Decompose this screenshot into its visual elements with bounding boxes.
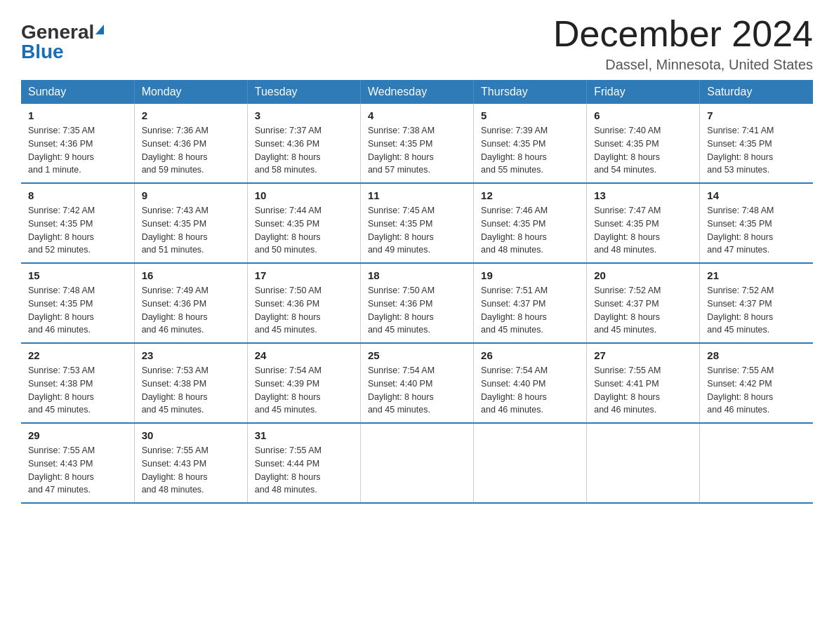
day-number: 2	[142, 109, 240, 121]
calendar-cell: 4 Sunrise: 7:38 AMSunset: 4:35 PMDayligh…	[360, 104, 473, 183]
calendar-cell: 28 Sunrise: 7:55 AMSunset: 4:42 PMDaylig…	[700, 343, 813, 423]
day-number: 19	[481, 269, 579, 281]
day-info: Sunrise: 7:54 AMSunset: 4:40 PMDaylight:…	[368, 365, 435, 415]
col-header-wednesday: Wednesday	[360, 80, 473, 104]
day-info: Sunrise: 7:47 AMSunset: 4:35 PMDaylight:…	[594, 206, 661, 255]
day-number: 17	[255, 269, 353, 281]
day-number: 15	[28, 269, 127, 281]
day-number: 31	[255, 429, 353, 441]
calendar-cell: 25 Sunrise: 7:54 AMSunset: 4:40 PMDaylig…	[360, 343, 473, 423]
day-number: 14	[707, 189, 806, 201]
day-info: Sunrise: 7:45 AMSunset: 4:35 PMDaylight:…	[368, 206, 435, 255]
day-number: 21	[707, 269, 806, 281]
day-number: 12	[481, 189, 579, 201]
calendar-table: SundayMondayTuesdayWednesdayThursdayFrid…	[21, 80, 813, 504]
calendar-cell: 1 Sunrise: 7:35 AMSunset: 4:36 PMDayligh…	[21, 104, 134, 183]
calendar-cell: 2 Sunrise: 7:36 AMSunset: 4:36 PMDayligh…	[134, 104, 247, 183]
day-number: 18	[368, 269, 466, 281]
day-info: Sunrise: 7:43 AMSunset: 4:35 PMDaylight:…	[142, 206, 208, 255]
day-info: Sunrise: 7:55 AMSunset: 4:41 PMDaylight:…	[594, 365, 661, 415]
calendar-cell: 17 Sunrise: 7:50 AMSunset: 4:36 PMDaylig…	[247, 263, 360, 343]
calendar-cell: 19 Sunrise: 7:51 AMSunset: 4:37 PMDaylig…	[474, 263, 587, 343]
day-number: 20	[594, 269, 692, 281]
calendar-cell: 31 Sunrise: 7:55 AMSunset: 4:44 PMDaylig…	[247, 423, 360, 503]
col-header-saturday: Saturday	[700, 80, 813, 104]
day-number: 4	[368, 109, 466, 121]
calendar-week-5: 29 Sunrise: 7:55 AMSunset: 4:43 PMDaylig…	[21, 423, 813, 503]
day-number: 5	[481, 109, 579, 121]
calendar-cell: 5 Sunrise: 7:39 AMSunset: 4:35 PMDayligh…	[474, 104, 587, 183]
day-info: Sunrise: 7:36 AMSunset: 4:36 PMDaylight:…	[142, 126, 208, 175]
day-info: Sunrise: 7:55 AMSunset: 4:44 PMDaylight:…	[255, 445, 322, 495]
calendar-week-1: 1 Sunrise: 7:35 AMSunset: 4:36 PMDayligh…	[21, 104, 813, 183]
day-info: Sunrise: 7:35 AMSunset: 4:36 PMDaylight:…	[28, 126, 95, 175]
day-number: 26	[481, 349, 579, 361]
calendar-week-3: 15 Sunrise: 7:48 AMSunset: 4:35 PMDaylig…	[21, 263, 813, 343]
day-info: Sunrise: 7:40 AMSunset: 4:35 PMDaylight:…	[594, 126, 661, 175]
day-info: Sunrise: 7:55 AMSunset: 4:43 PMDaylight:…	[142, 445, 208, 495]
logo: General Blue	[21, 14, 104, 63]
calendar-cell: 30 Sunrise: 7:55 AMSunset: 4:43 PMDaylig…	[134, 423, 247, 503]
calendar-cell	[587, 423, 700, 503]
day-number: 3	[255, 109, 353, 121]
calendar-cell: 11 Sunrise: 7:45 AMSunset: 4:35 PMDaylig…	[360, 183, 473, 263]
day-info: Sunrise: 7:46 AMSunset: 4:35 PMDaylight:…	[481, 206, 548, 255]
day-number: 9	[142, 189, 240, 201]
day-number: 11	[368, 189, 466, 201]
calendar-cell	[474, 423, 587, 503]
day-number: 29	[28, 429, 127, 441]
day-number: 6	[594, 109, 692, 121]
page-container: General Blue December 2024 Dassel, Minne…	[21, 14, 813, 504]
calendar-cell: 21 Sunrise: 7:52 AMSunset: 4:37 PMDaylig…	[700, 263, 813, 343]
day-number: 25	[368, 349, 466, 361]
calendar-cell: 18 Sunrise: 7:50 AMSunset: 4:36 PMDaylig…	[360, 263, 473, 343]
calendar-cell: 12 Sunrise: 7:46 AMSunset: 4:35 PMDaylig…	[474, 183, 587, 263]
day-number: 8	[28, 189, 127, 201]
col-header-friday: Friday	[587, 80, 700, 104]
calendar-cell: 14 Sunrise: 7:48 AMSunset: 4:35 PMDaylig…	[700, 183, 813, 263]
calendar-cell: 8 Sunrise: 7:42 AMSunset: 4:35 PMDayligh…	[21, 183, 134, 263]
calendar-cell: 16 Sunrise: 7:49 AMSunset: 4:36 PMDaylig…	[134, 263, 247, 343]
day-info: Sunrise: 7:37 AMSunset: 4:36 PMDaylight:…	[255, 126, 322, 175]
calendar-header-row: SundayMondayTuesdayWednesdayThursdayFrid…	[21, 80, 813, 104]
day-number: 30	[142, 429, 240, 441]
calendar-cell: 13 Sunrise: 7:47 AMSunset: 4:35 PMDaylig…	[587, 183, 700, 263]
day-info: Sunrise: 7:38 AMSunset: 4:35 PMDaylight:…	[368, 126, 435, 175]
day-info: Sunrise: 7:52 AMSunset: 4:37 PMDaylight:…	[707, 286, 774, 335]
location: Dassel, Minnesota, United States	[553, 57, 813, 73]
title-area: December 2024 Dassel, Minnesota, United …	[553, 14, 813, 73]
day-info: Sunrise: 7:51 AMSunset: 4:37 PMDaylight:…	[481, 286, 548, 335]
calendar-cell	[700, 423, 813, 503]
day-info: Sunrise: 7:39 AMSunset: 4:35 PMDaylight:…	[481, 126, 548, 175]
calendar-cell: 3 Sunrise: 7:37 AMSunset: 4:36 PMDayligh…	[247, 104, 360, 183]
col-header-sunday: Sunday	[21, 80, 134, 104]
day-number: 1	[28, 109, 127, 121]
day-info: Sunrise: 7:48 AMSunset: 4:35 PMDaylight:…	[28, 286, 95, 335]
calendar-cell: 6 Sunrise: 7:40 AMSunset: 4:35 PMDayligh…	[587, 104, 700, 183]
day-info: Sunrise: 7:50 AMSunset: 4:36 PMDaylight:…	[368, 286, 435, 335]
month-title: December 2024	[553, 14, 813, 54]
calendar-week-2: 8 Sunrise: 7:42 AMSunset: 4:35 PMDayligh…	[21, 183, 813, 263]
calendar-cell: 23 Sunrise: 7:53 AMSunset: 4:38 PMDaylig…	[134, 343, 247, 423]
calendar-cell: 20 Sunrise: 7:52 AMSunset: 4:37 PMDaylig…	[587, 263, 700, 343]
calendar-cell: 29 Sunrise: 7:55 AMSunset: 4:43 PMDaylig…	[21, 423, 134, 503]
day-info: Sunrise: 7:52 AMSunset: 4:37 PMDaylight:…	[594, 286, 661, 335]
day-number: 13	[594, 189, 692, 201]
logo-arrow-icon	[95, 25, 104, 34]
calendar-cell: 15 Sunrise: 7:48 AMSunset: 4:35 PMDaylig…	[21, 263, 134, 343]
day-info: Sunrise: 7:41 AMSunset: 4:35 PMDaylight:…	[707, 126, 774, 175]
day-info: Sunrise: 7:54 AMSunset: 4:40 PMDaylight:…	[481, 365, 548, 415]
header: General Blue December 2024 Dassel, Minne…	[21, 14, 813, 73]
day-info: Sunrise: 7:55 AMSunset: 4:42 PMDaylight:…	[707, 365, 774, 415]
day-number: 10	[255, 189, 353, 201]
day-number: 7	[707, 109, 806, 121]
day-info: Sunrise: 7:53 AMSunset: 4:38 PMDaylight:…	[142, 365, 208, 415]
calendar-week-4: 22 Sunrise: 7:53 AMSunset: 4:38 PMDaylig…	[21, 343, 813, 423]
day-info: Sunrise: 7:50 AMSunset: 4:36 PMDaylight:…	[255, 286, 322, 335]
day-number: 27	[594, 349, 692, 361]
day-number: 24	[255, 349, 353, 361]
day-info: Sunrise: 7:53 AMSunset: 4:38 PMDaylight:…	[28, 365, 95, 415]
calendar-cell	[360, 423, 473, 503]
day-info: Sunrise: 7:44 AMSunset: 4:35 PMDaylight:…	[255, 206, 322, 255]
col-header-thursday: Thursday	[474, 80, 587, 104]
